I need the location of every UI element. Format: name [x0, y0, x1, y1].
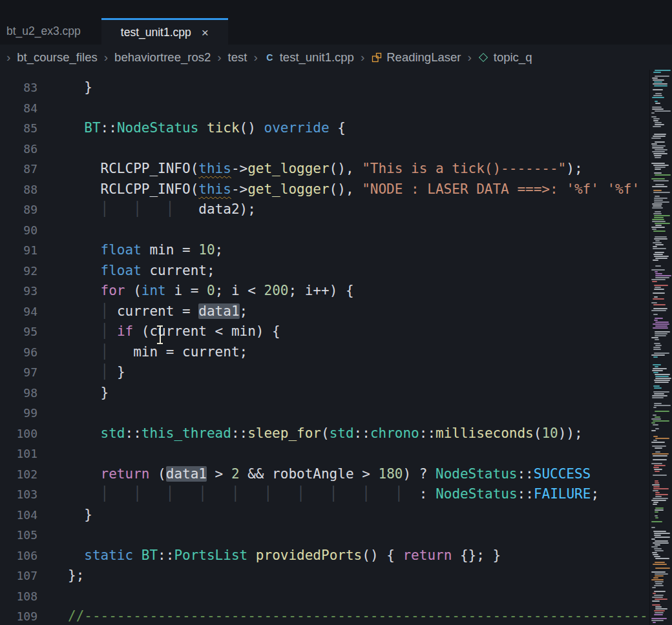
- close-icon[interactable]: ×: [202, 26, 209, 39]
- line-number[interactable]: 85: [0, 118, 37, 139]
- breadcrumb-item-test_unit1-cpp[interactable]: test_unit1.cpp: [264, 50, 354, 65]
- line-number[interactable]: 96: [0, 342, 37, 363]
- code-line[interactable]: 107};: [0, 566, 650, 586]
- code-line[interactable]: 101: [0, 444, 650, 464]
- line-number[interactable]: 95: [0, 322, 37, 342]
- code-line[interactable]: 106 static BT::PortsList providedPorts()…: [0, 546, 650, 566]
- line-number[interactable]: 104: [0, 505, 37, 526]
- line-number[interactable]: 93: [0, 281, 37, 302]
- code-editor[interactable]: 83 }8485 BT::NodeStatus tick() override …: [0, 70, 650, 625]
- code-line[interactable]: 84: [0, 98, 650, 119]
- code-text[interactable]: }: [68, 77, 92, 98]
- code-text[interactable]: for (int i = 0; i < 200; i++) {: [68, 281, 354, 302]
- line-number[interactable]: 87: [0, 159, 37, 179]
- code-text[interactable]: │ │ │ data2);: [68, 200, 256, 220]
- cpp-file-icon: [264, 52, 275, 63]
- code-line[interactable]: 103 │ │ │ │ │ │ │ │ │ │ : NodeStatus::FA…: [0, 484, 650, 505]
- code-line[interactable]: 98 }: [0, 383, 650, 404]
- code-text[interactable]: │ min = current;: [68, 342, 247, 363]
- chevron-right-icon: ›: [6, 50, 10, 65]
- line-number[interactable]: 84: [0, 98, 37, 119]
- code-text[interactable]: }: [68, 505, 92, 526]
- code-text[interactable]: //--------------------------------------…: [68, 606, 650, 625]
- line-number[interactable]: 107: [0, 566, 37, 586]
- code-line[interactable]: 94 │ current = data1;: [0, 302, 650, 322]
- code-line[interactable]: 83 }: [0, 77, 650, 98]
- line-number[interactable]: 91: [0, 240, 37, 261]
- code-text[interactable]: │ }: [68, 362, 125, 383]
- chevron-right-icon: ›: [467, 50, 471, 65]
- tab-bar: bt_u2_ex3.cpp test_unit1.cpp ×: [0, 0, 672, 45]
- tab-bt_u2_ex3-cpp[interactable]: bt_u2_ex3.cpp: [0, 18, 101, 45]
- code-line[interactable]: 99: [0, 403, 650, 424]
- line-number[interactable]: 97: [0, 362, 37, 383]
- breadcrumb-item-bt_course_files[interactable]: bt_course_files: [17, 50, 97, 65]
- code-line[interactable]: 105: [0, 525, 650, 546]
- line-number[interactable]: 88: [0, 179, 37, 200]
- code-text[interactable]: float current;: [68, 261, 215, 282]
- code-line[interactable]: 100 std::this_thread::sleep_for(std::chr…: [0, 424, 650, 444]
- code-line[interactable]: 91 float min = 10;: [0, 240, 650, 261]
- code-lines: 83 }8485 BT::NodeStatus tick() override …: [0, 77, 650, 625]
- chevron-right-icon: ›: [361, 50, 364, 65]
- code-line[interactable]: 97 │ }: [0, 362, 650, 383]
- code-line[interactable]: 92 float current;: [0, 261, 650, 282]
- code-line[interactable]: 87 RCLCPP_INFO(this->get_logger(), "This…: [0, 159, 650, 179]
- line-number[interactable]: 105: [0, 525, 37, 546]
- line-number[interactable]: 92: [0, 261, 37, 282]
- code-line[interactable]: 95 │ if (current < min) {: [0, 322, 650, 342]
- line-number[interactable]: 100: [0, 424, 37, 444]
- tab-label: test_unit1.cpp: [121, 26, 191, 39]
- code-line[interactable]: 109//-----------------------------------…: [0, 606, 650, 625]
- class-icon: [371, 52, 382, 63]
- code-line[interactable]: 102 return (data1 > 2 && robotAngle > 18…: [0, 464, 650, 485]
- code-text[interactable]: RCLCPP_INFO(this->get_logger(), "This is…: [68, 159, 583, 179]
- code-line[interactable]: 86: [0, 139, 650, 159]
- breadcrumb-item-topic[interactable]: topic_q: [478, 50, 532, 65]
- code-text[interactable]: static BT::PortsList providedPorts() { r…: [68, 546, 501, 566]
- line-number[interactable]: 102: [0, 464, 37, 485]
- line-number[interactable]: 108: [0, 586, 37, 607]
- line-number[interactable]: 109: [0, 606, 37, 625]
- code-text[interactable]: return (data1 > 2 && robotAngle > 180) ?…: [68, 464, 591, 485]
- tab-test_unit1-cpp[interactable]: test_unit1.cpp ×: [101, 18, 228, 45]
- code-line[interactable]: 88 RCLCPP_INFO(this->get_logger(), "NODE…: [0, 179, 650, 200]
- tab-label: bt_u2_ex3.cpp: [6, 25, 81, 38]
- line-number[interactable]: 94: [0, 302, 37, 322]
- code-line[interactable]: 85 BT::NodeStatus tick() override {: [0, 118, 650, 139]
- chevron-right-icon: ›: [217, 50, 221, 65]
- breadcrumb: › bt_course_files › behaviortree_ros2 › …: [0, 45, 672, 70]
- breadcrumb-item-readinglaser[interactable]: ReadingLaser: [371, 50, 461, 65]
- field-icon: [478, 52, 489, 63]
- code-text[interactable]: };: [68, 566, 84, 586]
- code-line[interactable]: 108: [0, 586, 650, 607]
- line-number[interactable]: 83: [0, 77, 37, 98]
- line-number[interactable]: 98: [0, 383, 37, 404]
- line-number[interactable]: 106: [0, 546, 37, 566]
- code-line[interactable]: 104 }: [0, 505, 650, 526]
- code-text[interactable]: std::this_thread::sleep_for(std::chrono:…: [68, 424, 583, 444]
- code-text[interactable]: │ if (current < min) {: [68, 322, 280, 342]
- line-number[interactable]: 99: [0, 403, 37, 424]
- line-number[interactable]: 86: [0, 139, 37, 159]
- code-line[interactable]: 90: [0, 220, 650, 241]
- code-line[interactable]: 96 │ min = current;: [0, 342, 650, 363]
- code-text[interactable]: │ │ │ │ │ │ │ │ │ │ : NodeStatus::FAILUR…: [68, 484, 599, 505]
- code-text[interactable]: BT::NodeStatus tick() override {: [68, 118, 346, 139]
- code-text[interactable]: }: [68, 383, 109, 404]
- breadcrumb-item-test[interactable]: test: [228, 50, 247, 65]
- code-text[interactable]: │ current = data1;: [68, 302, 247, 322]
- line-number[interactable]: 103: [0, 484, 37, 505]
- code-text[interactable]: RCLCPP_INFO(this->get_logger(), "NODE : …: [68, 179, 640, 200]
- chevron-right-icon: ›: [104, 50, 108, 65]
- line-number[interactable]: 90: [0, 220, 37, 241]
- minimap[interactable]: [649, 70, 672, 625]
- code-text[interactable]: float min = 10;: [68, 240, 223, 261]
- code-line[interactable]: 89 │ │ │ data2);: [0, 200, 650, 220]
- breadcrumb-item-behaviortree_ros2[interactable]: behaviortree_ros2: [114, 50, 211, 65]
- code-line[interactable]: 93 for (int i = 0; i < 200; i++) {: [0, 281, 650, 302]
- line-number[interactable]: 89: [0, 200, 37, 220]
- line-number[interactable]: 101: [0, 444, 37, 464]
- chevron-right-icon: ›: [253, 50, 257, 65]
